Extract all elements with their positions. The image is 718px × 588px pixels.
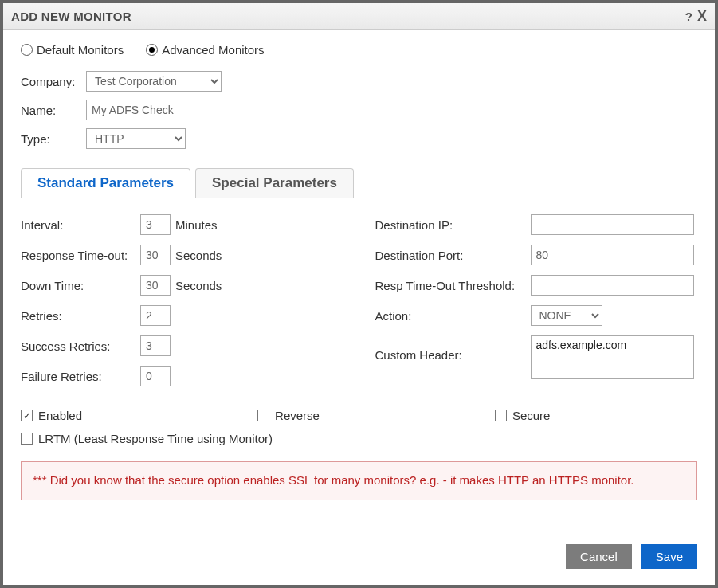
help-icon[interactable]: ? — [685, 10, 692, 23]
type-select[interactable]: HTTP — [86, 128, 186, 149]
interval-label: Interval: — [21, 218, 140, 232]
down-time-unit: Seconds — [175, 279, 222, 292]
interval-unit: Minutes — [175, 218, 218, 232]
resp-timeout-unit: Seconds — [175, 249, 222, 262]
dialog-title: ADD NEW MONITOR — [11, 10, 131, 23]
success-retries-input[interactable] — [140, 335, 171, 356]
failure-retries-label: Failure Retries: — [21, 370, 140, 383]
checkbox-icon: ✓ — [21, 410, 33, 421]
resp-threshold-input[interactable] — [531, 275, 694, 296]
checkbox-enabled[interactable]: ✓ Enabled — [21, 409, 82, 422]
name-input[interactable] — [86, 100, 245, 120]
radio-icon — [21, 44, 33, 56]
name-label: Name: — [21, 104, 86, 117]
company-select[interactable]: Test Corporation — [86, 71, 222, 92]
resp-timeout-label: Response Time-out: — [21, 249, 140, 262]
radio-icon — [146, 44, 158, 56]
resp-timeout-input[interactable] — [140, 245, 171, 265]
action-label: Action: — [375, 309, 531, 323]
retries-label: Retries: — [21, 309, 140, 323]
success-retries-label: Success Retries: — [21, 339, 140, 353]
radio-label: Advanced Monitors — [162, 43, 264, 57]
add-monitor-dialog: ADD NEW MONITOR ? X Default Monitors Adv… — [3, 3, 715, 585]
down-time-label: Down Time: — [21, 279, 140, 292]
checkbox-icon — [495, 410, 507, 421]
retries-input[interactable] — [140, 305, 171, 326]
dest-port-label: Destination Port: — [375, 249, 531, 262]
dialog-titlebar: ADD NEW MONITOR ? X — [3, 3, 715, 30]
radio-advanced-monitors[interactable]: Advanced Monitors — [146, 43, 264, 57]
down-time-input[interactable] — [140, 275, 171, 296]
dest-ip-label: Destination IP: — [375, 218, 531, 232]
save-button[interactable]: Save — [641, 544, 697, 569]
checkbox-reverse[interactable]: Reverse — [257, 409, 320, 422]
type-label: Type: — [21, 132, 86, 146]
checkbox-label: Secure — [512, 409, 551, 422]
radio-default-monitors[interactable]: Default Monitors — [21, 43, 124, 57]
company-label: Company: — [21, 75, 86, 88]
custom-header-input[interactable]: adfs.example.com — [531, 335, 694, 379]
failure-retries-input[interactable] — [140, 366, 171, 386]
tab-special-parameters[interactable]: Special Parameters — [195, 168, 354, 198]
checkbox-icon — [21, 433, 33, 445]
checkbox-secure[interactable]: Secure — [495, 409, 551, 422]
dest-ip-input[interactable] — [531, 214, 694, 235]
checkbox-icon — [257, 410, 269, 421]
cancel-button[interactable]: Cancel — [566, 544, 632, 569]
radio-label: Default Monitors — [37, 43, 124, 57]
close-icon[interactable]: X — [697, 8, 707, 25]
checkbox-label: Enabled — [38, 409, 82, 422]
info-message: *** Did you know that the secure option … — [21, 461, 697, 500]
tabs: Standard Parameters Special Parameters — [21, 168, 697, 198]
tab-standard-parameters[interactable]: Standard Parameters — [21, 168, 190, 198]
resp-threshold-label: Resp Time-Out Threshold: — [375, 279, 531, 292]
dest-port-input[interactable] — [531, 245, 694, 265]
action-select[interactable]: NONE — [531, 305, 602, 326]
dialog-footer: Cancel Save — [3, 530, 715, 585]
checkbox-label: Reverse — [275, 409, 320, 422]
checkbox-label: LRTM (Least Response Time using Monitor) — [38, 432, 273, 445]
checkbox-lrtm[interactable]: LRTM (Least Response Time using Monitor) — [21, 432, 273, 445]
custom-header-label: Custom Header: — [375, 335, 531, 362]
interval-input[interactable] — [140, 214, 171, 235]
